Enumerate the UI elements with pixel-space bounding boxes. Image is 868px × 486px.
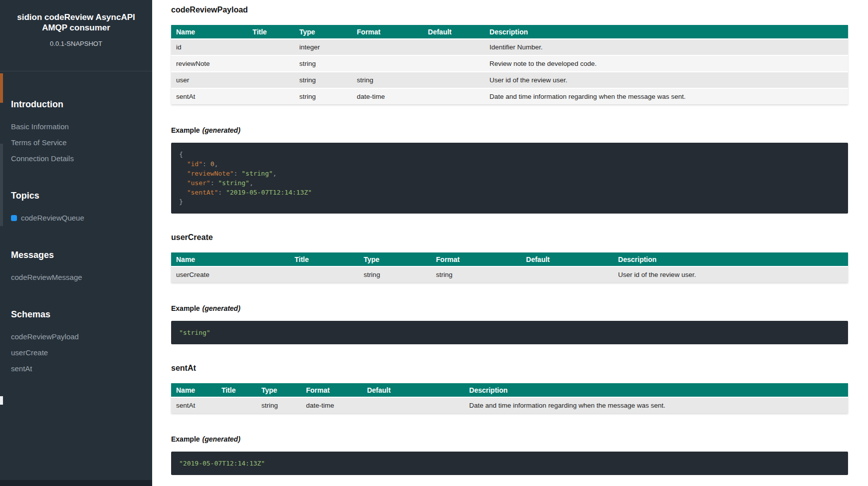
sidebar-item-label: userCreate [11,348,48,357]
table-row: reviewNotestringReview note to the devel… [171,55,848,71]
schema-heading: codeReviewPayload [171,5,848,14]
cell-type: string [294,71,352,88]
cell-description: Identifier Number. [484,38,848,55]
code-line: { [179,150,840,159]
sidebar-heading-introduction: Introduction [11,99,152,110]
code-line: "2019-05-07T12:14:13Z" [179,459,840,468]
code-line: "string" [179,328,840,337]
table-header-row: NameTitleTypeFormatDefaultDescription [171,25,848,38]
sidebar-item-terms-of-service[interactable]: Terms of Service [11,135,152,151]
main-content: codeReviewPayload NameTitleTypeFormatDef… [152,0,868,486]
sidebar-item-sentat[interactable]: sentAt [11,361,152,377]
sidebar-section-topics: TopicscodeReviewQueue [0,191,152,226]
column-header-description: Description [464,383,848,397]
sidebar-item-usercreate[interactable]: userCreate [11,345,152,361]
cell-format: date-time [301,397,362,413]
example-label: Example [171,126,200,134]
cell-name: sentAt [171,88,247,104]
example-code-block: { "id": 0, "reviewNote": "string", "user… [171,143,848,214]
example-code-block: "string" [171,321,848,344]
column-header-title: Title [217,383,256,397]
generated-label: (generated) [203,126,240,134]
cell-name: reviewNote [171,55,247,71]
code-line: "reviewNote": "string", [179,169,840,178]
cell-default [423,38,484,55]
schema-table: NameTitleTypeFormatDefaultDescription id… [171,25,848,104]
sidebar-item-codereviewpayload[interactable]: codeReviewPayload [11,329,152,345]
table-row: userstringstringUser id of the review us… [171,71,848,88]
sidebar-item-label: Connection Details [11,154,74,163]
column-header-description: Description [484,25,848,38]
sidebar-item-label: codeReviewPayload [11,332,79,341]
topic-bullet-icon [11,215,17,221]
column-header-type: Type [256,383,301,397]
sidebar-item-basic-information[interactable]: Basic Information [11,119,152,135]
sidebar-nav: IntroductionBasic InformationTerms of Se… [0,99,152,377]
cell-type: string [294,55,352,71]
column-header-type: Type [294,25,352,38]
column-header-format: Format [301,383,362,397]
cell-name: userCreate [171,266,289,282]
cell-type: string [294,88,352,104]
table-header-row: NameTitleTypeFormatDefaultDescription [171,252,848,266]
sidebar-item-connection-details[interactable]: Connection Details [11,151,152,167]
cell-description: User id of the review user. [613,266,848,282]
cell-description: User id of the review user. [484,71,848,88]
sidebar-section-schemas: SchemascodeReviewPayloaduserCreatesentAt [0,309,152,377]
code-line: } [179,197,840,207]
sidebar-item-label: Basic Information [11,122,69,131]
cell-description: Date and time information regarding when… [484,88,848,104]
table-row: userCreatestringstringUser id of the rev… [171,266,848,282]
cell-format: date-time [352,88,423,104]
sidebar-heading-messages: Messages [11,250,152,260]
schema-heading: sentAt [171,363,848,373]
cell-default [423,55,484,71]
cell-description: Review note to the developed code. [484,55,848,71]
edge-mark-gray [0,144,3,226]
schema-table: NameTitleTypeFormatDefaultDescription se… [171,383,848,413]
api-title: sidion codeReview AsyncAPI AMQP consumer [7,12,145,33]
cell-default [521,266,614,282]
example-label: Example [171,304,200,312]
cell-title [289,266,358,282]
schema-section-usercreate: userCreate NameTitleTypeFormatDefaultDes… [171,233,848,344]
table-row: sentAtstringdate-timeDate and time infor… [171,397,848,413]
column-header-default: Default [521,252,614,266]
column-header-format: Format [352,25,423,38]
api-version: 0.0.1-SNAPSHOT [0,40,152,47]
example-heading: Example(generated) [171,126,848,135]
sidebar-item-codereviewmessage[interactable]: codeReviewMessage [11,269,152,285]
sidebar-section-introduction: IntroductionBasic InformationTerms of Se… [0,99,152,167]
sidebar-item-codereviewqueue[interactable]: codeReviewQueue [11,210,152,226]
sidebar-edge-track [0,0,3,486]
code-line: "sentAt": "2019-05-07T12:14:13Z" [179,188,840,197]
column-header-name: Name [171,252,289,266]
sidebar-item-label: Terms of Service [11,138,67,147]
code-line: "id": 0, [179,159,840,169]
column-header-title: Title [247,25,294,38]
cell-format: string [431,266,521,282]
cell-format [352,38,423,55]
cell-title [247,88,294,104]
column-header-description: Description [613,252,848,266]
sidebar: sidion codeReview AsyncAPI AMQP consumer… [0,0,152,486]
sidebar-heading-topics: Topics [11,191,152,201]
cell-type: string [256,397,301,413]
cell-title [247,71,294,88]
schema-section-codereviewpayload: codeReviewPayload NameTitleTypeFormatDef… [171,5,848,214]
example-heading: Example(generated) [171,304,848,313]
cell-format: string [352,71,423,88]
cell-title [217,397,256,413]
cell-title [247,55,294,71]
column-header-default: Default [423,25,484,38]
generated-label: (generated) [203,435,240,443]
schema-section-sentat: sentAt NameTitleTypeFormatDefaultDescrip… [171,363,848,475]
sidebar-header: sidion codeReview AsyncAPI AMQP consumer… [0,12,152,71]
generated-label: (generated) [203,304,240,312]
example-heading: Example(generated) [171,435,848,444]
sidebar-bottom-strip [0,480,152,486]
column-header-format: Format [431,252,521,266]
sidebar-item-label: codeReviewMessage [11,273,82,281]
cell-type: integer [294,38,352,55]
cell-title [247,38,294,55]
